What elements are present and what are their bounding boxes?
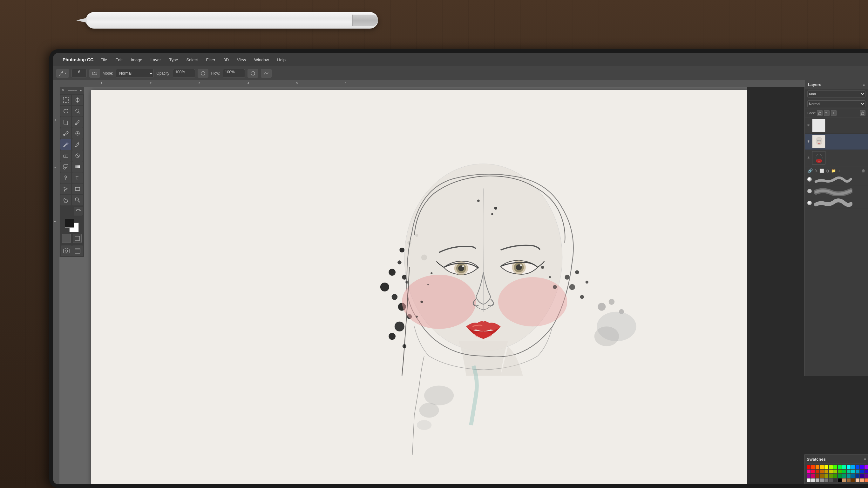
menu-type[interactable]: Type xyxy=(168,57,179,63)
layer-3-eye-icon[interactable]: 👁 xyxy=(807,123,810,128)
zoom-tool[interactable] xyxy=(72,195,83,205)
layers-panel-menu-icon[interactable]: ≡ xyxy=(863,83,865,87)
swatch-cell[interactable] xyxy=(842,474,846,478)
menu-help[interactable]: Help xyxy=(276,57,287,63)
pressure-flow-button[interactable] xyxy=(248,69,258,78)
swatch-cell[interactable] xyxy=(860,474,864,478)
artwork-canvas[interactable] xyxy=(91,90,747,484)
brush-angle-button[interactable] xyxy=(89,69,100,78)
quick-mask-button[interactable] xyxy=(62,234,71,243)
swatch-cell[interactable] xyxy=(851,474,855,478)
quick-select-tool[interactable] xyxy=(72,106,83,117)
layer-item-2[interactable]: 👁 xyxy=(805,134,868,150)
swatch-cell[interactable] xyxy=(842,465,846,469)
swatch-cell[interactable] xyxy=(825,469,828,474)
pen-tool[interactable] xyxy=(60,172,71,183)
menu-image[interactable]: Image xyxy=(130,57,144,63)
swatch-cell[interactable] xyxy=(833,465,837,469)
swatch-cell[interactable] xyxy=(825,479,828,482)
lock-position-button[interactable] xyxy=(831,110,837,116)
swatch-cell[interactable] xyxy=(847,465,850,469)
crop-tool[interactable] xyxy=(60,117,71,128)
foreground-color-swatch[interactable] xyxy=(65,218,74,228)
swatch-cell[interactable] xyxy=(807,465,810,469)
menu-window[interactable]: Window xyxy=(253,57,270,63)
swatch-cell[interactable] xyxy=(829,469,833,474)
swatch-cell[interactable] xyxy=(860,465,864,469)
swatch-cell[interactable] xyxy=(838,479,842,482)
swatch-cell[interactable] xyxy=(825,465,828,469)
swatch-cell[interactable] xyxy=(833,474,837,478)
healing-brush-tool[interactable] xyxy=(60,128,71,139)
swatch-cell[interactable] xyxy=(860,479,864,482)
menu-edit[interactable]: Edit xyxy=(114,57,124,63)
swatch-cell[interactable] xyxy=(856,469,860,474)
lock-image-button[interactable] xyxy=(824,110,830,116)
swatch-cell[interactable] xyxy=(820,469,824,474)
brush-preset-6[interactable] xyxy=(805,174,868,186)
swatch-cell[interactable] xyxy=(829,479,833,482)
swatch-cell[interactable] xyxy=(820,474,824,478)
marquee-tool[interactable] xyxy=(60,95,71,105)
menu-layer[interactable]: Layer xyxy=(149,57,162,63)
tools-expand-icon[interactable]: ▸ xyxy=(80,88,82,92)
layer-1-eye-icon[interactable]: 👁 xyxy=(807,156,810,160)
swatch-cell[interactable] xyxy=(833,469,837,474)
tools-close-icon[interactable]: ✕ xyxy=(62,88,64,92)
swatches-menu-icon[interactable]: ≡ xyxy=(864,457,866,462)
background-eraser-tool[interactable] xyxy=(72,150,83,161)
path-selection-tool[interactable] xyxy=(60,184,71,194)
swatch-cell[interactable] xyxy=(851,479,855,482)
menu-file[interactable]: File xyxy=(99,57,108,63)
swatch-cell[interactable] xyxy=(815,465,819,469)
swatch-cell[interactable] xyxy=(838,465,842,469)
delete-layer-button[interactable]: 🗑 xyxy=(862,169,865,173)
swatch-cell[interactable] xyxy=(842,479,846,482)
swatch-cell[interactable] xyxy=(815,479,819,482)
swatch-cell[interactable] xyxy=(856,474,860,478)
swatch-cell[interactable] xyxy=(838,469,842,474)
brush-preset-7[interactable] xyxy=(805,186,868,197)
swatch-cell[interactable] xyxy=(807,469,810,474)
menu-filter[interactable]: Filter xyxy=(205,57,217,63)
color-swatch-pair[interactable] xyxy=(65,218,79,232)
layer-2-eye-icon[interactable]: 👁 xyxy=(807,139,810,144)
swatch-cell[interactable] xyxy=(820,465,824,469)
mode-select[interactable]: Normal Multiply Screen Overlay xyxy=(116,69,154,78)
swatch-cell[interactable] xyxy=(842,469,846,474)
add-new-layer-button[interactable]: + xyxy=(838,168,840,173)
add-layer-style-button[interactable]: fx xyxy=(815,169,817,173)
menu-3d[interactable]: 3D xyxy=(222,57,230,63)
swatch-cell[interactable] xyxy=(865,479,868,482)
smoothing-button[interactable] xyxy=(261,69,272,78)
text-tool[interactable]: T xyxy=(72,172,83,183)
swatch-cell[interactable] xyxy=(825,474,828,478)
swatch-cell[interactable] xyxy=(807,474,810,478)
pencil-tool[interactable] xyxy=(72,139,83,150)
canvas-area[interactable] xyxy=(59,87,747,484)
swatch-cell[interactable] xyxy=(851,469,855,474)
add-group-button[interactable]: 📁 xyxy=(831,169,836,173)
add-adjustment-button[interactable]: ◑ xyxy=(826,169,829,173)
screen-mode-button[interactable] xyxy=(73,234,82,243)
lock-transparent-button[interactable] xyxy=(817,110,823,116)
swatch-cell[interactable] xyxy=(856,465,860,469)
swatch-cell[interactable] xyxy=(847,469,850,474)
swatch-cell[interactable] xyxy=(838,474,842,478)
swatch-cell[interactable] xyxy=(865,474,868,478)
link-layers-button[interactable]: 🔗 xyxy=(807,168,813,173)
camera-tool[interactable] xyxy=(61,246,72,256)
brush-preset-8[interactable] xyxy=(805,197,868,209)
eraser-tool[interactable] xyxy=(60,150,71,161)
brush-tool-side[interactable] xyxy=(60,139,71,150)
swatch-cell[interactable] xyxy=(815,474,819,478)
artboard-tool[interactable] xyxy=(72,246,83,256)
add-mask-button[interactable]: ⬜ xyxy=(819,169,824,173)
swatch-cell[interactable] xyxy=(856,479,860,482)
paint-bucket-tool[interactable] xyxy=(60,161,71,172)
menu-view[interactable]: View xyxy=(236,57,247,63)
swatch-cell[interactable] xyxy=(829,465,833,469)
swatch-cell[interactable] xyxy=(820,479,824,482)
swatch-cell[interactable] xyxy=(815,469,819,474)
swatch-cell[interactable] xyxy=(847,474,850,478)
